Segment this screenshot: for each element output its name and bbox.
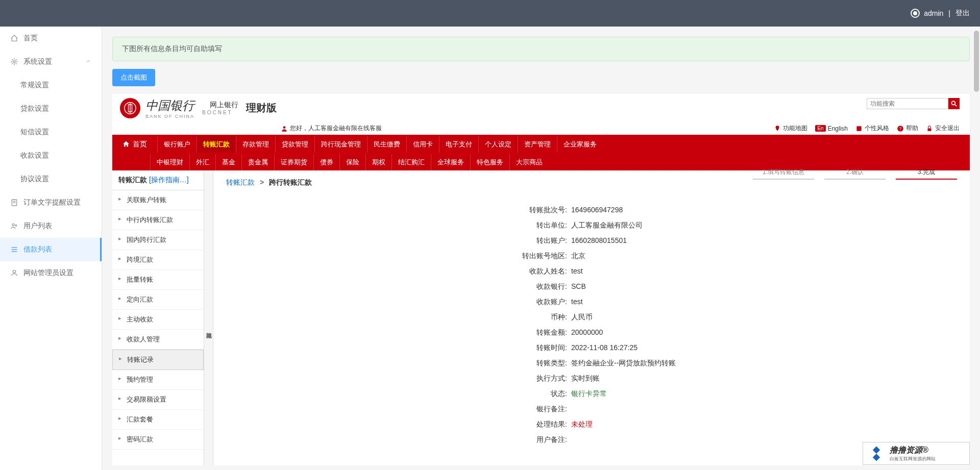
nav-item[interactable]: 资产管理: [518, 136, 557, 153]
nav-item[interactable]: 外汇: [189, 154, 215, 170]
nav-item[interactable]: 大宗商品: [509, 154, 549, 170]
util-english[interactable]: EnEnglish: [815, 125, 848, 132]
nav-item[interactable]: 特色服务: [470, 154, 509, 170]
bank-sidebar-item[interactable]: 关联账户转账: [112, 190, 204, 210]
bank-sidebar-item[interactable]: 主动收款: [112, 310, 204, 330]
sidebar-payment-settings[interactable]: 收款设置: [0, 144, 102, 167]
nav-item[interactable]: 结汇购汇: [391, 154, 431, 170]
detail-label: 处理结果:: [438, 420, 571, 429]
detail-row: 收款银行:SCB: [438, 279, 745, 294]
util-map[interactable]: 功能地图: [774, 124, 807, 133]
detail-label: 转出账户:: [438, 236, 571, 245]
sidebar-sms-settings[interactable]: 短信设置: [0, 120, 102, 144]
breadcrumb-root[interactable]: 转账汇款: [226, 178, 255, 186]
scrollbar-thumb[interactable]: [974, 31, 979, 92]
nav-item[interactable]: 电子支付: [439, 136, 478, 153]
bank-sidebar-item[interactable]: 定向汇款: [112, 290, 204, 310]
screenshot-button[interactable]: 点击截图: [112, 69, 155, 86]
nav-item[interactable]: 贵金属: [241, 154, 274, 170]
search-input[interactable]: [867, 98, 948, 109]
sidebar-system-settings[interactable]: 系统设置: [0, 50, 102, 73]
breadcrumb: 转账汇款 > 跨行转账汇款: [226, 178, 312, 187]
admin-sidebar: 首页 系统设置 常规设置 贷款设置 短信设置 收款设置 协议设置 订单文字提醒设…: [0, 27, 102, 470]
sidebar-order-text[interactable]: 订单文字提醒设置: [0, 191, 102, 214]
sidebar-loan-list[interactable]: 借款列表: [0, 238, 102, 261]
pin-icon: [774, 125, 781, 132]
bank-sidebar-item[interactable]: 跨境汇款: [112, 250, 204, 270]
bank-sidebar-item[interactable]: 汇款套餐: [112, 410, 204, 430]
nav-item[interactable]: 个人设定: [478, 136, 518, 153]
util-help[interactable]: ?帮助: [897, 124, 918, 133]
scrollbar[interactable]: [974, 31, 979, 465]
bank-sidebar-item[interactable]: 国内跨行汇款: [112, 230, 204, 250]
hide-menu-tab[interactable]: 隐藏菜单: [204, 170, 213, 465]
nav-item[interactable]: 存款管理: [236, 136, 275, 153]
nav-item[interactable]: 基金: [215, 154, 241, 170]
detail-row: 转出单位:人工客服金融有限公司: [438, 218, 745, 233]
nav-item[interactable]: 信用卡: [406, 136, 439, 153]
watermark-subtitle: 白捡互联网资源的网站: [890, 456, 936, 462]
sidebar-loan-settings[interactable]: 贷款设置: [0, 97, 102, 120]
bank-sidebar-item[interactable]: 转账记录: [112, 350, 204, 370]
step-2: 2.确认: [824, 168, 886, 180]
watermark-logo-icon: [867, 444, 886, 463]
nav-item[interactable]: 证券期货: [274, 154, 313, 170]
bank-sidebar-item[interactable]: 批量转账: [112, 270, 204, 290]
detail-label: 用户备注:: [438, 435, 571, 444]
util-exit[interactable]: 安全退出: [926, 124, 960, 133]
bank-name-cn: 中国银行: [145, 97, 194, 114]
bank-sidebar-item[interactable]: 中行内转账汇款: [112, 210, 204, 230]
logout-link[interactable]: 登出: [955, 9, 970, 18]
palette-icon: [855, 125, 863, 132]
detail-value: [571, 435, 745, 444]
nav-item[interactable]: 保险: [339, 154, 365, 170]
detail-row: 转出账户:16602808015501: [438, 233, 745, 249]
nav-item[interactable]: 跨行现金管理: [314, 136, 367, 153]
sidebar-home[interactable]: 首页: [0, 27, 102, 50]
bank-sidebar-item[interactable]: 密码汇款: [112, 430, 204, 450]
sidebar-admin-settings[interactable]: 网站管理员设置: [0, 261, 102, 285]
document-icon: [10, 199, 18, 207]
nav-item[interactable]: 转账汇款: [197, 136, 236, 153]
sidebar-general-settings[interactable]: 常规设置: [0, 73, 102, 97]
bank-sidebar-item[interactable]: 收款人管理: [112, 330, 204, 350]
top-header: admin | 登出: [0, 0, 980, 27]
svg-line-14: [955, 105, 957, 107]
detail-row: 状态:银行卡异常: [438, 386, 745, 402]
greeting: 您好，人工客服金融有限在线客服: [281, 124, 382, 133]
online-banking-en: BOCNET: [202, 110, 238, 115]
sidebar-user-list[interactable]: 用户列表: [0, 214, 102, 238]
nav-item[interactable]: 中银理财: [150, 154, 189, 170]
username[interactable]: admin: [924, 9, 943, 17]
detail-value: SCB: [571, 282, 745, 291]
online-banking-block: 网上银行 BOCNET: [202, 101, 238, 115]
nav-item[interactable]: 贷款管理: [275, 136, 314, 153]
detail-label: 转出账号地区:: [438, 252, 571, 261]
operation-guide-link[interactable]: [操作指南…]: [149, 176, 189, 184]
util-style[interactable]: 个性风格: [855, 124, 889, 133]
nav-home[interactable]: 首页: [112, 135, 157, 154]
nav-item[interactable]: 民生缴费: [367, 136, 406, 153]
bank-sidebar-item[interactable]: 交易限额设置: [112, 390, 204, 410]
nav-item[interactable]: 全球服务: [431, 154, 470, 170]
sidebar-agreement-settings[interactable]: 协议设置: [0, 167, 102, 191]
detail-value: 未处理: [571, 420, 745, 429]
bank-sidebar-item[interactable]: 预约管理: [112, 370, 204, 390]
search-button[interactable]: [948, 98, 960, 109]
bank-panel: 中国银行 BANK OF CHINA 网上银行 BOCNET 理财版 您好，人工…: [112, 94, 970, 465]
detail-value: test: [571, 267, 745, 276]
user-avatar-icon: [911, 9, 920, 18]
detail-value: 实时到账: [571, 374, 745, 383]
svg-point-4: [12, 224, 14, 226]
nav-item[interactable]: 企业家服务: [557, 136, 603, 153]
nav-item[interactable]: 银行账户: [157, 136, 197, 153]
nav-item[interactable]: 债券: [313, 154, 339, 170]
detail-label: 币种:: [438, 313, 571, 322]
watermark-title: 撸撸资源®: [890, 445, 936, 456]
nav-item[interactable]: 期权: [365, 154, 391, 170]
lock-icon: [926, 125, 933, 132]
chevron-up-icon: [85, 58, 91, 66]
bank-utility-bar: 您好，人工客服金融有限在线客服 功能地图 EnEnglish 个性风格 ?帮助 …: [112, 122, 970, 135]
bank-name-en: BANK OF CHINA: [145, 114, 194, 119]
step-3: 3.完成: [896, 168, 957, 180]
